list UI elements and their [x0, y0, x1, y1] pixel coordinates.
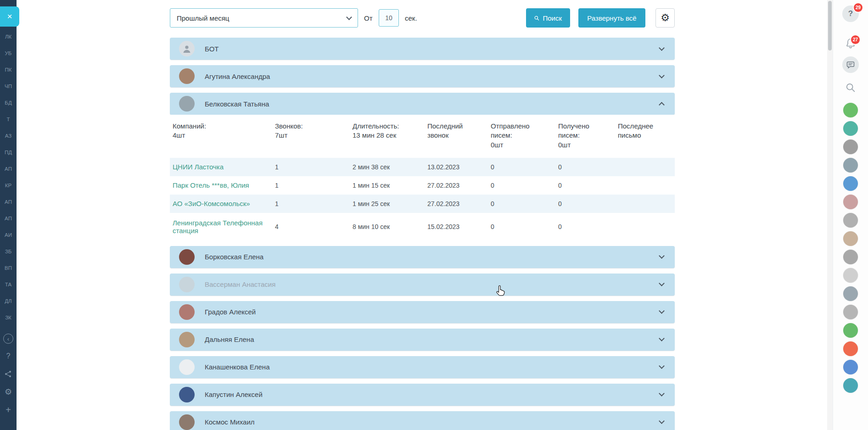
- avatar: [179, 41, 195, 56]
- sent-cell: 0: [488, 179, 555, 192]
- last-letter-cell: [615, 164, 675, 170]
- company-link[interactable]: АО «ЗиО-Комсомольск»: [170, 197, 269, 210]
- add-icon[interactable]: +: [3, 404, 14, 415]
- search-button[interactable]: Поиск: [526, 8, 570, 28]
- person-row-kosmos[interactable]: Космос Михаил: [170, 411, 675, 430]
- chevron-down-icon: [659, 280, 665, 286]
- sidebar-item-pk[interactable]: ПК: [0, 61, 17, 78]
- summary-received-letters: Получено писем: 0шт: [555, 122, 615, 150]
- notifications-button[interactable]: 27: [845, 38, 856, 51]
- person-row-gradov[interactable]: Градов Алексей: [170, 301, 675, 323]
- summary-sent-letters: Отправлено писем: 0шт: [488, 122, 555, 150]
- sidebar-item-vp[interactable]: ВП: [0, 260, 17, 276]
- table-row: ЦНИИ Ласточка 1 2 мин 38 сек 13.02.2023 …: [170, 158, 675, 176]
- person-row-bot[interactable]: БОТ: [170, 38, 675, 60]
- person-row-belkovskaya[interactable]: Белковская Татьяна: [170, 93, 675, 115]
- scrollbar-thumb[interactable]: [828, 1, 832, 50]
- avatar: [179, 277, 195, 292]
- person-row-agutina[interactable]: Агутина Александра: [170, 65, 675, 87]
- expand-all-label: Развернуть всё: [587, 14, 636, 22]
- duration-cell: 8 мин 10 сек: [350, 220, 425, 233]
- contact-avatar[interactable]: [843, 305, 858, 319]
- app-window: × ЛК УБ ПК ЧП БД Т АЗ ПД АП КР АП АП АИ …: [0, 0, 868, 430]
- collapse-menu-icon[interactable]: ‹: [3, 334, 13, 344]
- sent-cell: 0: [488, 161, 555, 173]
- contact-avatar[interactable]: [843, 103, 858, 117]
- contact-avatar[interactable]: [843, 121, 858, 136]
- person-name: Космос Михаил: [205, 418, 660, 426]
- contact-avatar[interactable]: [843, 250, 858, 264]
- contact-avatar[interactable]: [843, 323, 858, 338]
- person-row-dalnyaya[interactable]: Дальняя Елена: [170, 329, 675, 351]
- sidebar-item-ap3[interactable]: АП: [0, 210, 17, 227]
- avatar: [179, 304, 195, 320]
- contact-avatar[interactable]: [843, 231, 858, 246]
- sidebar-menu: ЛК УБ ПК ЧП БД Т АЗ ПД АП КР АП АП АИ ЗБ…: [0, 28, 17, 326]
- last-call-cell: 27.02.2023: [425, 179, 488, 192]
- sidebar-item-bd[interactable]: БД: [0, 95, 17, 111]
- contact-avatar[interactable]: [843, 286, 858, 301]
- company-link[interactable]: Парк Отель ***вв, Юлия: [170, 179, 269, 192]
- person-icon: [182, 44, 191, 53]
- gear-icon: ⚙: [661, 12, 670, 24]
- contact-avatar[interactable]: [843, 341, 858, 356]
- vertical-scrollbar[interactable]: [827, 0, 833, 430]
- sidebar-item-dl[interactable]: ДЛ: [0, 293, 17, 309]
- duration-cell: 1 мин 15 сек: [350, 179, 425, 192]
- table-row: Парк Отель ***вв, Юлия 1 1 мин 15 сек 27…: [170, 176, 675, 195]
- employees-accordion: БОТ Агутина Александра Белковская Татьян…: [170, 38, 675, 430]
- sidebar-item-ap1[interactable]: АП: [0, 161, 17, 177]
- company-link[interactable]: ЦНИИ Ласточка: [170, 160, 269, 173]
- sidebar-close-tab[interactable]: ×: [0, 6, 19, 27]
- contact-avatar[interactable]: [843, 213, 858, 228]
- person-name: Белковская Татьяна: [205, 100, 660, 108]
- chat-button[interactable]: [842, 56, 859, 73]
- company-link[interactable]: Ленинградская Телефонная станция: [170, 216, 269, 237]
- contact-avatar[interactable]: [843, 176, 858, 191]
- received-cell: 0: [555, 179, 615, 192]
- contact-avatar[interactable]: [843, 158, 858, 173]
- sidebar-item-lk[interactable]: ЛК: [0, 28, 17, 45]
- duration-cell: 1 мин 25 сек: [350, 197, 425, 210]
- avatar: [179, 332, 195, 347]
- contact-avatar[interactable]: [843, 268, 858, 283]
- person-row-kapustin[interactable]: Капустин Алексей: [170, 384, 675, 406]
- received-cell: 0: [555, 197, 615, 210]
- sidebar-item-zk[interactable]: ЗК: [0, 309, 17, 326]
- sidebar-item-zb[interactable]: ЗБ: [0, 243, 17, 260]
- summary-last-call: Последний звонок: [425, 122, 488, 150]
- help-button[interactable]: ? 29: [842, 6, 859, 22]
- contact-avatar[interactable]: [843, 140, 858, 154]
- seconds-threshold-input[interactable]: [379, 9, 399, 27]
- sidebar-item-ai[interactable]: АИ: [0, 227, 17, 243]
- sidebar-item-chp[interactable]: ЧП: [0, 78, 17, 95]
- help-icon[interactable]: ?: [3, 351, 14, 362]
- share-icon[interactable]: [3, 369, 14, 380]
- from-label: От: [364, 8, 373, 28]
- contact-avatar[interactable]: [843, 360, 858, 374]
- received-cell: 0: [555, 220, 615, 233]
- sent-cell: 0: [488, 220, 555, 233]
- settings-gear-icon[interactable]: ⚙: [3, 386, 14, 397]
- last-letter-cell: [615, 201, 675, 207]
- sidebar-item-ta[interactable]: ТА: [0, 276, 17, 293]
- expand-all-button[interactable]: Развернуть всё: [578, 8, 645, 28]
- settings-button[interactable]: ⚙: [655, 8, 675, 28]
- contact-avatar[interactable]: [843, 195, 858, 209]
- main-content: Прошлый месяц От сек. Поиск Развернуть в…: [17, 0, 827, 430]
- sidebar-item-ub[interactable]: УБ: [0, 45, 17, 61]
- sent-cell: 0: [488, 197, 555, 210]
- person-row-borkovskaya[interactable]: Борковская Елена: [170, 246, 675, 268]
- person-row-vasserman[interactable]: Вассерман Анастасия: [170, 274, 675, 296]
- sidebar-item-t[interactable]: Т: [0, 111, 17, 128]
- rail-search-button[interactable]: [846, 83, 856, 95]
- avatar: [179, 68, 195, 84]
- sidebar-item-kr[interactable]: КР: [0, 177, 17, 194]
- person-row-kanashenkova[interactable]: Канашенкова Елена: [170, 356, 675, 378]
- contact-avatar[interactable]: [843, 378, 858, 393]
- period-select[interactable]: Прошлый месяц: [170, 8, 358, 28]
- chevron-down-icon: [346, 14, 352, 20]
- sidebar-item-ap2[interactable]: АП: [0, 194, 17, 210]
- sidebar-item-pd[interactable]: ПД: [0, 144, 17, 161]
- sidebar-item-az[interactable]: АЗ: [0, 128, 17, 144]
